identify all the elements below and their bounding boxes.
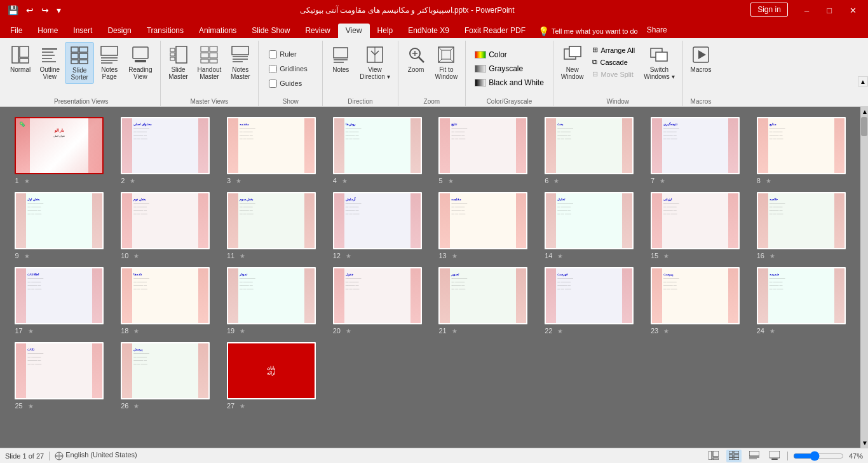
slide-thumb-15[interactable]: ارزیابی ──────────── ──────────── ──── ─… [651, 192, 740, 249]
ribbon-collapse-button[interactable]: ▲ [858, 76, 868, 86]
slide-thumb-27[interactable]: پایانارائه [227, 342, 316, 399]
slide-thumb-25[interactable]: نکات ──────────── ──────────── ──── ── ─… [15, 342, 104, 399]
save-qat-button[interactable]: 💾 [5, 4, 21, 17]
reading-view-button[interactable]: ReadingView [125, 42, 156, 83]
tab-file[interactable]: File [3, 24, 30, 38]
restore-button[interactable]: □ [820, 3, 838, 18]
redo-qat-button[interactable]: ↪ [39, 4, 51, 17]
slide-thumb-3[interactable]: مقدمه ──────────── ──────────── ──── ── … [227, 117, 316, 174]
slide-master-button[interactable]: SlideMaster [165, 42, 193, 83]
slide-item-1[interactable]: بار الو عنوان اصلی 🦠 1 ★ [10, 117, 109, 184]
fit-window-button[interactable]: Fit toWindow [431, 42, 462, 83]
black-white-button[interactable]: Black and White [472, 77, 546, 88]
slide-item-2[interactable]: محتوای اصلی ──────────── ──────────── ──… [116, 117, 215, 184]
slide-thumb-26[interactable]: پرسش ──────────── ──────────── ──── ── ─… [121, 342, 210, 399]
slide-item-13[interactable]: مقایسه ──────────── ──────────── ──── ──… [434, 192, 532, 259]
grayscale-button[interactable]: Grayscale [472, 63, 526, 74]
slide-item-24[interactable]: ضمیمه ──────────── ──────────── ──── ── … [752, 267, 850, 335]
tab-transitions[interactable]: Transitions [139, 24, 191, 38]
close-button[interactable]: ✕ [843, 3, 863, 18]
share-button[interactable]: Share [641, 24, 674, 36]
scroll-up-button[interactable]: ▲ [860, 107, 868, 116]
move-split-button[interactable]: ⊟ Move Split [588, 69, 639, 79]
tab-home[interactable]: Home [30, 24, 65, 38]
tab-review[interactable]: Review [297, 24, 337, 38]
slide-thumb-21[interactable]: تصویر ──────────── ──────────── ──── ── … [438, 267, 527, 324]
ruler-checkbox[interactable] [269, 50, 277, 59]
slide-thumb-20[interactable]: جدول ──────────── ──────────── ──── ── ─… [333, 267, 422, 324]
slide-thumb-19[interactable]: نمودار ──────────── ──────────── ──── ──… [227, 267, 316, 324]
slide-thumb-18[interactable]: داده‌ها ──────────── ──────────── ──── ─… [121, 267, 210, 324]
gridlines-checkbox[interactable] [269, 65, 277, 73]
minimize-button[interactable]: – [798, 3, 815, 18]
slide-item-5[interactable]: نتایج ──────────── ──────────── ──── ── … [434, 117, 532, 184]
slide-item-15[interactable]: ارزیابی ──────────── ──────────── ──── ─… [646, 192, 745, 259]
slide-item-9[interactable]: بخش اول ──────────── ──────────── ──── ─… [10, 192, 109, 259]
tab-help[interactable]: Help [370, 24, 401, 38]
notes-button[interactable]: Notes [327, 42, 355, 76]
scroll-down-button[interactable]: ▼ [860, 438, 868, 448]
normal-view-button[interactable]: Normal [6, 42, 34, 76]
slide-thumb-2[interactable]: محتوای اصلی ──────────── ──────────── ──… [121, 117, 210, 174]
arrange-all-button[interactable]: ⊞ Arrange All [588, 45, 639, 55]
slide-item-22[interactable]: فهرست ──────────── ──────────── ──── ── … [540, 267, 639, 335]
slide-item-19[interactable]: نمودار ──────────── ──────────── ──── ──… [222, 267, 321, 335]
cascade-button[interactable]: ⧉ Cascade [588, 57, 639, 67]
guides-checkbox[interactable] [269, 79, 277, 88]
slide-thumb-12[interactable]: آزمایش ──────────── ──────────── ──── ──… [333, 192, 422, 249]
slide-item-8[interactable]: منابع ──────────── ──────────── ──── ── … [752, 117, 850, 184]
switch-windows-button[interactable]: SwitchWindows ▾ [640, 42, 678, 83]
slide-item-18[interactable]: داده‌ها ──────────── ──────────── ──── ─… [116, 267, 215, 335]
slide-item-26[interactable]: پرسش ──────────── ──────────── ──── ── ─… [116, 342, 215, 410]
slide-item-16[interactable]: خلاصه ──────────── ──────────── ──── ── … [752, 192, 850, 259]
slide-thumb-22[interactable]: فهرست ──────────── ──────────── ──── ── … [545, 267, 634, 324]
slide-thumb-13[interactable]: مقایسه ──────────── ──────────── ──── ──… [438, 192, 527, 249]
slide-thumb-9[interactable]: بخش اول ──────────── ──────────── ──── ─… [15, 192, 104, 249]
slide-item-17[interactable]: اطلاعات ──────────── ──────────── ──── ─… [10, 267, 109, 335]
zoom-button[interactable]: Zoom [402, 42, 430, 76]
tab-foxit[interactable]: Foxit Reader PDF [457, 24, 533, 38]
slide-item-27[interactable]: پایانارائه 27 ★ [222, 342, 321, 410]
slide-item-20[interactable]: جدول ──────────── ──────────── ──── ── ─… [328, 267, 426, 335]
slide-thumb-17[interactable]: اطلاعات ──────────── ──────────── ──── ─… [15, 267, 104, 324]
slide-item-3[interactable]: مقدمه ──────────── ──────────── ──── ── … [222, 117, 321, 184]
notes-master-button[interactable]: NotesMaster [226, 42, 254, 83]
outline-view-button[interactable]: OutlineView [36, 42, 64, 83]
slide-thumb-23[interactable]: پیوست ──────────── ──────────── ──── ── … [651, 267, 740, 324]
slide-item-6[interactable]: بحث ──────────── ──────────── ──── ── ──… [540, 117, 639, 184]
notes-page-button[interactable]: NotesPage [95, 42, 123, 83]
undo-qat-button[interactable]: ↩ [24, 4, 36, 17]
slide-item-21[interactable]: تصویر ──────────── ──────────── ──── ── … [434, 267, 532, 335]
tell-me-input[interactable]: Tell me what you want to do [552, 27, 638, 35]
slide-item-23[interactable]: پیوست ──────────── ──────────── ──── ── … [646, 267, 745, 335]
slide-item-12[interactable]: آزمایش ──────────── ──────────── ──── ──… [328, 192, 426, 259]
handout-master-button[interactable]: HandoutMaster [194, 42, 226, 83]
guides-checkbox-label[interactable]: Guides [265, 78, 316, 89]
view-direction-button[interactable]: ViewDirection ▾ [356, 42, 393, 83]
slide-sorter-button[interactable]: SlideSorter [65, 42, 94, 84]
slide-thumb-10[interactable]: بخش دوم ──────────── ──────────── ──── ─… [121, 192, 210, 249]
slide-item-11[interactable]: بخش سوم ──────────── ──────────── ──── ─… [222, 192, 321, 259]
tab-insert[interactable]: Insert [65, 24, 100, 38]
slide-thumb-1[interactable]: بار الو عنوان اصلی 🦠 [15, 117, 104, 174]
slide-item-10[interactable]: بخش دوم ──────────── ──────────── ──── ─… [116, 192, 215, 259]
slide-thumb-7[interactable]: نتیجه‌گیری ──────────── ──────────── ───… [651, 117, 740, 174]
slide-item-14[interactable]: تحلیل ──────────── ──────────── ──── ── … [540, 192, 639, 259]
tab-design[interactable]: Design [100, 24, 139, 38]
slide-thumb-11[interactable]: بخش سوم ──────────── ──────────── ──── ─… [227, 192, 316, 249]
ruler-checkbox-label[interactable]: Ruler [265, 49, 316, 60]
scroll-thumb[interactable] [861, 117, 867, 136]
tab-view[interactable]: View [338, 24, 370, 38]
slide-thumb-4[interactable]: روش‌ها ──────────── ──────────── ──── ──… [333, 117, 422, 174]
gridlines-checkbox-label[interactable]: Gridlines [265, 64, 316, 74]
tab-endnote[interactable]: EndNote X9 [400, 24, 457, 38]
slide-thumb-6[interactable]: بحث ──────────── ──────────── ──── ── ──… [545, 117, 634, 174]
new-window-button[interactable]: NewWindow [557, 42, 588, 83]
customize-qat-button[interactable]: ▾ [54, 4, 64, 17]
tab-animations[interactable]: Animations [191, 24, 244, 38]
right-scrollbar[interactable]: ▲ ▼ [860, 107, 868, 448]
signin-button[interactable]: Sign in [750, 3, 788, 17]
slide-thumb-8[interactable]: منابع ──────────── ──────────── ──── ── … [757, 117, 846, 174]
slide-item-25[interactable]: نکات ──────────── ──────────── ──── ── ─… [10, 342, 109, 410]
slide-item-7[interactable]: نتیجه‌گیری ──────────── ──────────── ───… [646, 117, 745, 184]
